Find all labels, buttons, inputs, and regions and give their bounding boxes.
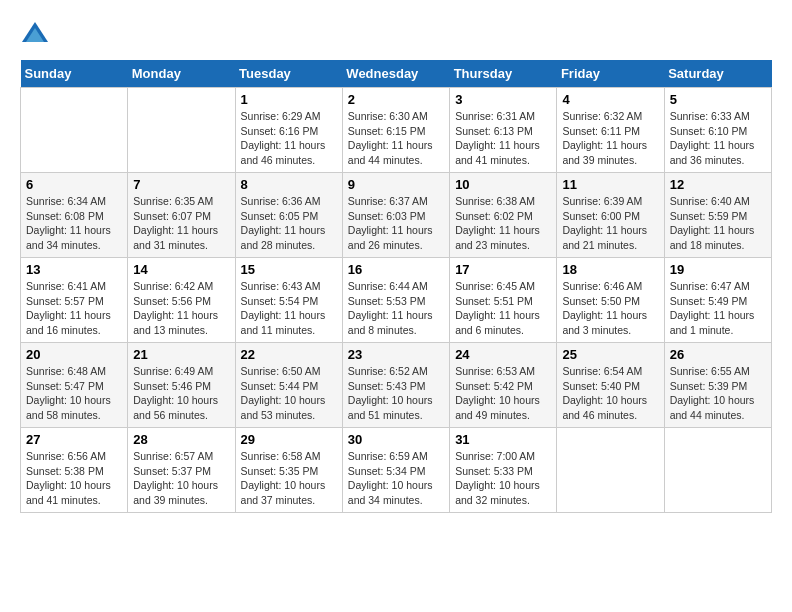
day-number: 12 [670, 177, 766, 192]
calendar-cell: 22Sunrise: 6:50 AMSunset: 5:44 PMDayligh… [235, 343, 342, 428]
day-number: 28 [133, 432, 229, 447]
day-number: 25 [562, 347, 658, 362]
day-info: Sunrise: 6:44 AMSunset: 5:53 PMDaylight:… [348, 279, 444, 338]
day-info: Sunrise: 6:45 AMSunset: 5:51 PMDaylight:… [455, 279, 551, 338]
calendar-cell: 21Sunrise: 6:49 AMSunset: 5:46 PMDayligh… [128, 343, 235, 428]
day-info: Sunrise: 6:36 AMSunset: 6:05 PMDaylight:… [241, 194, 337, 253]
calendar-cell: 9Sunrise: 6:37 AMSunset: 6:03 PMDaylight… [342, 173, 449, 258]
logo-icon [20, 20, 50, 50]
day-number: 16 [348, 262, 444, 277]
day-info: Sunrise: 6:40 AMSunset: 5:59 PMDaylight:… [670, 194, 766, 253]
day-number: 8 [241, 177, 337, 192]
day-info: Sunrise: 6:43 AMSunset: 5:54 PMDaylight:… [241, 279, 337, 338]
day-info: Sunrise: 6:31 AMSunset: 6:13 PMDaylight:… [455, 109, 551, 168]
day-info: Sunrise: 6:57 AMSunset: 5:37 PMDaylight:… [133, 449, 229, 508]
logo [20, 20, 54, 50]
week-row-2: 13Sunrise: 6:41 AMSunset: 5:57 PMDayligh… [21, 258, 772, 343]
day-number: 2 [348, 92, 444, 107]
weekday-header-monday: Monday [128, 60, 235, 88]
week-row-0: 1Sunrise: 6:29 AMSunset: 6:16 PMDaylight… [21, 88, 772, 173]
calendar-cell: 16Sunrise: 6:44 AMSunset: 5:53 PMDayligh… [342, 258, 449, 343]
day-number: 21 [133, 347, 229, 362]
day-number: 23 [348, 347, 444, 362]
calendar-cell: 6Sunrise: 6:34 AMSunset: 6:08 PMDaylight… [21, 173, 128, 258]
day-info: Sunrise: 6:59 AMSunset: 5:34 PMDaylight:… [348, 449, 444, 508]
calendar-cell: 3Sunrise: 6:31 AMSunset: 6:13 PMDaylight… [450, 88, 557, 173]
day-info: Sunrise: 6:55 AMSunset: 5:39 PMDaylight:… [670, 364, 766, 423]
day-number: 5 [670, 92, 766, 107]
day-number: 30 [348, 432, 444, 447]
calendar-cell [664, 428, 771, 513]
week-row-4: 27Sunrise: 6:56 AMSunset: 5:38 PMDayligh… [21, 428, 772, 513]
day-number: 18 [562, 262, 658, 277]
day-number: 20 [26, 347, 122, 362]
day-number: 22 [241, 347, 337, 362]
day-info: Sunrise: 6:50 AMSunset: 5:44 PMDaylight:… [241, 364, 337, 423]
day-number: 17 [455, 262, 551, 277]
day-info: Sunrise: 6:58 AMSunset: 5:35 PMDaylight:… [241, 449, 337, 508]
calendar-cell [557, 428, 664, 513]
day-number: 1 [241, 92, 337, 107]
day-info: Sunrise: 6:41 AMSunset: 5:57 PMDaylight:… [26, 279, 122, 338]
day-number: 26 [670, 347, 766, 362]
day-info: Sunrise: 6:53 AMSunset: 5:42 PMDaylight:… [455, 364, 551, 423]
day-number: 13 [26, 262, 122, 277]
calendar-cell: 27Sunrise: 6:56 AMSunset: 5:38 PMDayligh… [21, 428, 128, 513]
day-info: Sunrise: 6:46 AMSunset: 5:50 PMDaylight:… [562, 279, 658, 338]
day-info: Sunrise: 6:33 AMSunset: 6:10 PMDaylight:… [670, 109, 766, 168]
day-number: 27 [26, 432, 122, 447]
weekday-header-friday: Friday [557, 60, 664, 88]
day-info: Sunrise: 6:29 AMSunset: 6:16 PMDaylight:… [241, 109, 337, 168]
calendar-cell: 14Sunrise: 6:42 AMSunset: 5:56 PMDayligh… [128, 258, 235, 343]
calendar-cell: 25Sunrise: 6:54 AMSunset: 5:40 PMDayligh… [557, 343, 664, 428]
calendar-cell: 2Sunrise: 6:30 AMSunset: 6:15 PMDaylight… [342, 88, 449, 173]
calendar-cell: 4Sunrise: 6:32 AMSunset: 6:11 PMDaylight… [557, 88, 664, 173]
day-number: 29 [241, 432, 337, 447]
day-info: Sunrise: 6:47 AMSunset: 5:49 PMDaylight:… [670, 279, 766, 338]
calendar-cell: 26Sunrise: 6:55 AMSunset: 5:39 PMDayligh… [664, 343, 771, 428]
day-info: Sunrise: 6:42 AMSunset: 5:56 PMDaylight:… [133, 279, 229, 338]
calendar-cell: 31Sunrise: 7:00 AMSunset: 5:33 PMDayligh… [450, 428, 557, 513]
day-info: Sunrise: 6:54 AMSunset: 5:40 PMDaylight:… [562, 364, 658, 423]
day-info: Sunrise: 6:56 AMSunset: 5:38 PMDaylight:… [26, 449, 122, 508]
calendar-cell: 5Sunrise: 6:33 AMSunset: 6:10 PMDaylight… [664, 88, 771, 173]
day-info: Sunrise: 7:00 AMSunset: 5:33 PMDaylight:… [455, 449, 551, 508]
day-info: Sunrise: 6:32 AMSunset: 6:11 PMDaylight:… [562, 109, 658, 168]
day-info: Sunrise: 6:35 AMSunset: 6:07 PMDaylight:… [133, 194, 229, 253]
calendar-cell: 1Sunrise: 6:29 AMSunset: 6:16 PMDaylight… [235, 88, 342, 173]
page-header [20, 20, 772, 50]
weekday-header-wednesday: Wednesday [342, 60, 449, 88]
day-number: 24 [455, 347, 551, 362]
calendar-cell: 13Sunrise: 6:41 AMSunset: 5:57 PMDayligh… [21, 258, 128, 343]
calendar-table: SundayMondayTuesdayWednesdayThursdayFrid… [20, 60, 772, 513]
day-number: 4 [562, 92, 658, 107]
weekday-header-tuesday: Tuesday [235, 60, 342, 88]
weekday-header-thursday: Thursday [450, 60, 557, 88]
calendar-cell [21, 88, 128, 173]
weekday-header-sunday: Sunday [21, 60, 128, 88]
calendar-cell: 8Sunrise: 6:36 AMSunset: 6:05 PMDaylight… [235, 173, 342, 258]
day-info: Sunrise: 6:39 AMSunset: 6:00 PMDaylight:… [562, 194, 658, 253]
calendar-cell: 23Sunrise: 6:52 AMSunset: 5:43 PMDayligh… [342, 343, 449, 428]
week-row-1: 6Sunrise: 6:34 AMSunset: 6:08 PMDaylight… [21, 173, 772, 258]
calendar-header: SundayMondayTuesdayWednesdayThursdayFrid… [21, 60, 772, 88]
day-number: 3 [455, 92, 551, 107]
calendar-cell: 12Sunrise: 6:40 AMSunset: 5:59 PMDayligh… [664, 173, 771, 258]
day-number: 19 [670, 262, 766, 277]
calendar-cell: 20Sunrise: 6:48 AMSunset: 5:47 PMDayligh… [21, 343, 128, 428]
calendar-cell: 28Sunrise: 6:57 AMSunset: 5:37 PMDayligh… [128, 428, 235, 513]
week-row-3: 20Sunrise: 6:48 AMSunset: 5:47 PMDayligh… [21, 343, 772, 428]
day-number: 9 [348, 177, 444, 192]
weekday-row: SundayMondayTuesdayWednesdayThursdayFrid… [21, 60, 772, 88]
day-info: Sunrise: 6:49 AMSunset: 5:46 PMDaylight:… [133, 364, 229, 423]
calendar-cell: 15Sunrise: 6:43 AMSunset: 5:54 PMDayligh… [235, 258, 342, 343]
calendar-cell: 10Sunrise: 6:38 AMSunset: 6:02 PMDayligh… [450, 173, 557, 258]
calendar-body: 1Sunrise: 6:29 AMSunset: 6:16 PMDaylight… [21, 88, 772, 513]
calendar-cell: 29Sunrise: 6:58 AMSunset: 5:35 PMDayligh… [235, 428, 342, 513]
calendar-cell: 17Sunrise: 6:45 AMSunset: 5:51 PMDayligh… [450, 258, 557, 343]
day-number: 31 [455, 432, 551, 447]
day-number: 6 [26, 177, 122, 192]
day-number: 11 [562, 177, 658, 192]
day-number: 15 [241, 262, 337, 277]
day-info: Sunrise: 6:38 AMSunset: 6:02 PMDaylight:… [455, 194, 551, 253]
